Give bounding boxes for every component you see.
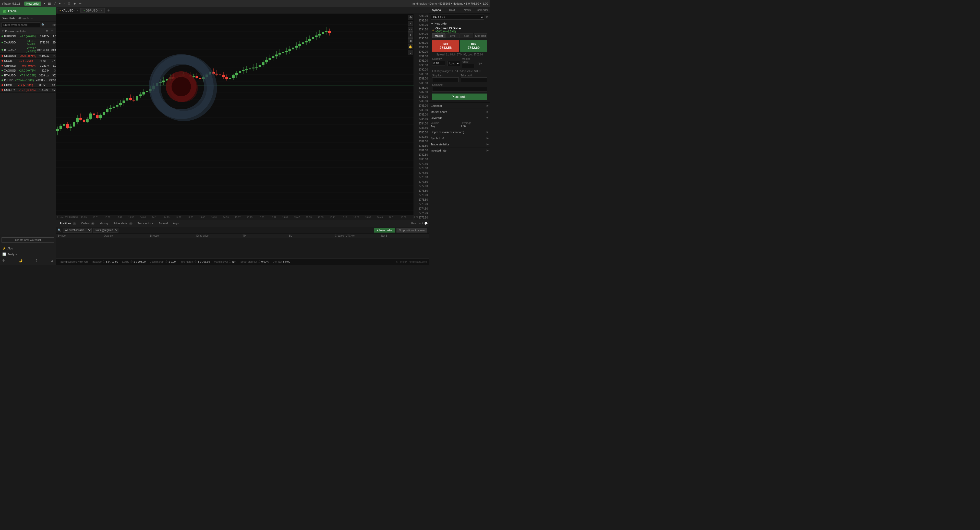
time-axis-label: 16:19 [342, 216, 347, 219]
new-order-expand-icon[interactable]: ▼ [431, 22, 433, 25]
symbol-info-accordion-header[interactable]: Symbol info ▶ [429, 135, 490, 141]
analyze-item[interactable]: 📊 Analyze [2, 252, 54, 257]
collapse-icon[interactable]: ▼ [2, 30, 4, 32]
xauusd-close-btn[interactable]: ✕ [76, 9, 78, 12]
watchlist-item[interactable]: GBPUSD -9.0 (-0.07%) 1.2317x 1.2317x [0, 63, 56, 68]
magnet-tool[interactable]: ⚲ [408, 50, 413, 55]
aggregation-filter[interactable]: Not aggregated [93, 228, 118, 233]
unit-select[interactable]: Lots [447, 61, 460, 66]
fibonacci-tool[interactable]: ≋ [408, 38, 413, 43]
symbol-tab[interactable]: Symbol [429, 7, 444, 13]
calendar-accordion-header[interactable]: Calendar ▶ [429, 103, 490, 109]
notifications-tool[interactable]: 🔔 [408, 44, 413, 49]
history-tab[interactable]: History [97, 221, 111, 226]
item-dot [2, 89, 3, 91]
add-chart-tab-btn[interactable]: + [105, 8, 111, 13]
market-range-input[interactable] [462, 64, 475, 68]
direction-filter[interactable]: All directions (de... [63, 228, 92, 233]
chart-container[interactable]: 2796.002795.502795.002794.502794.002793.… [56, 14, 429, 220]
chart-type-candles[interactable]: ▦ [47, 1, 52, 6]
orders-badge: 0 [91, 222, 94, 225]
price-alerts-tab[interactable]: Price alerts 0 [111, 221, 135, 226]
limit-tab[interactable]: Limit [446, 34, 459, 38]
grid-view-icon[interactable]: ⊞ [45, 29, 49, 33]
orders-tab[interactable]: Orders 0 [79, 221, 97, 226]
chart-tab-xauusd[interactable]: ● XAUUSD ▪ ✕ [57, 8, 81, 13]
watchlist-item[interactable]: USDJPY -15.8 (-0.10%) 155.47x 155.47x [0, 88, 56, 93]
chart-zoom-out[interactable]: - [62, 1, 65, 6]
draw-line-tool[interactable]: ╱ [408, 21, 413, 26]
create-watchlist-btn[interactable]: Create new watchlist [2, 238, 54, 243]
trade-statistics-accordion-header[interactable]: Trade statistics ▶ [429, 141, 490, 147]
watchlist-item[interactable]: BTCUSD +2373.0 (+2.30%) 105456 ax 105524… [0, 46, 56, 54]
symbol-expand-btn[interactable]: ▼ [485, 15, 488, 19]
algo-item[interactable]: ⚡ Algo [2, 246, 54, 251]
svg-rect-52 [136, 96, 138, 101]
settings-icon-btn[interactable]: ⚙ [2, 259, 5, 262]
time-axis-label: 16:03 [318, 216, 324, 219]
svg-rect-14 [73, 122, 75, 126]
list-view-icon[interactable]: ☰ [50, 29, 54, 33]
stop-tab[interactable]: Stop [460, 34, 473, 38]
watchlist-item[interactable]: ETHUSD +7.3 (+0.22%) 3318 ctx 3320 tte [0, 73, 56, 78]
depth-of-market-accordion-header[interactable]: Depth of market (standard) ▶ [429, 129, 490, 135]
sell-btn[interactable]: Sell 2742.58 [432, 40, 459, 52]
svg-point-173 [172, 77, 191, 96]
chart-settings[interactable]: ⚙ [67, 1, 72, 6]
algo-tab[interactable]: Algo [170, 221, 181, 226]
theme-icon-btn[interactable]: 🌙 [18, 259, 22, 262]
feedback-btn[interactable]: Feedback 💬 [411, 222, 428, 225]
watchlist-item[interactable]: DJUSD +253.4 (+0.58%) 43831 ax 43832 ax [0, 78, 56, 83]
calendar-tab[interactable]: Calendar [475, 7, 490, 13]
chevron-up-icon-btn[interactable]: ▲ [51, 259, 54, 262]
positions-tab[interactable]: Positions 0 [57, 221, 79, 226]
no-positions-btn[interactable]: No positions to close [396, 228, 428, 233]
watchlist-item[interactable]: EURUSD +2.0 (+0.02%) 1.0417x 1.0417x [0, 34, 56, 39]
watchlist-item[interactable]: XAUUSD +3642.0 (+1.35%) 2742.58 2742.09 [0, 39, 56, 46]
bid-col-header: Bid [46, 24, 56, 26]
gbpusd-close-btn[interactable]: ✕ [100, 9, 102, 12]
chart-type-line[interactable]: ╱ [53, 1, 57, 6]
watchlists-tab[interactable]: Watchlists [2, 16, 16, 20]
text-tool[interactable]: T [408, 32, 413, 38]
draw-rect-tool[interactable]: ▭ [408, 27, 413, 32]
drawings-btn[interactable]: ✏ [78, 1, 83, 6]
balance-status: Balance ⓘ $ 9 703.99 [92, 260, 118, 263]
place-order-btn[interactable]: Place order [432, 94, 487, 100]
leverage-accordion-header[interactable]: Leverage ▼ [429, 115, 490, 121]
take-profit-input[interactable] [461, 77, 487, 82]
new-order-toolbar-btn[interactable]: New order [24, 2, 41, 6]
buy-btn[interactable]: Buy 2742.69 [460, 40, 487, 52]
transactions-tab[interactable]: Transactions [135, 221, 156, 226]
chart-zoom-in[interactable]: + [58, 1, 62, 6]
svg-rect-140 [282, 52, 285, 53]
help-icon-btn[interactable]: ? [35, 259, 37, 262]
journal-tab[interactable]: Journal [156, 221, 170, 226]
chart-type-bars[interactable]: ▪ [43, 1, 46, 6]
watchlist-item[interactable]: NDXUSD -45.0 (-0.21%) 21445 ax 21446 tt [0, 54, 56, 59]
popular-markets-icons: ⊞ ☰ [45, 29, 54, 33]
comment-input[interactable] [432, 87, 487, 91]
symbol-dropdown[interactable]: XAUUSD [431, 14, 484, 20]
stop-limit-tab[interactable]: Stop-limit [474, 34, 487, 38]
crosshair-tool[interactable]: ✛ [408, 15, 413, 20]
instrument-name: Gold vs US Dollar [436, 27, 461, 30]
price-level-label: 2780.50 [414, 153, 429, 156]
dom-tab[interactable]: DoM [444, 7, 460, 13]
watchlist-item[interactable]: XAGUSD +24.0 (+0.78%) 30.73x 30.74x [0, 68, 56, 73]
watchlist-item[interactable]: USOIL -0.2 (-0.26%) 77 tte 77 tte [0, 59, 56, 63]
create-watchlist-section: Create new watchlist [0, 236, 56, 244]
indicators-btn[interactable]: ◈ [73, 1, 77, 6]
new-order-bottom-btn[interactable]: + New order [374, 228, 395, 233]
all-symbols-tab[interactable]: All symbols [18, 16, 34, 20]
news-tab[interactable]: News [460, 7, 475, 13]
market-tab[interactable]: Market [432, 34, 445, 38]
inverted-rate-accordion-header[interactable]: Inverted rate ▶ [429, 147, 490, 153]
quantity-input[interactable] [432, 61, 445, 65]
stop-loss-input[interactable] [432, 77, 459, 82]
watchlist-item[interactable]: UKOIL -0.2 (-0.30%) 80 tte 80 tte [0, 83, 56, 88]
chart-tab-gbpusd[interactable]: ● GBPUSD ▪ ✕ [81, 8, 105, 13]
symbol-search-input[interactable] [2, 22, 40, 27]
svg-rect-106 [226, 77, 228, 79]
market-hours-accordion-header[interactable]: Market hours ▶ [429, 109, 490, 115]
